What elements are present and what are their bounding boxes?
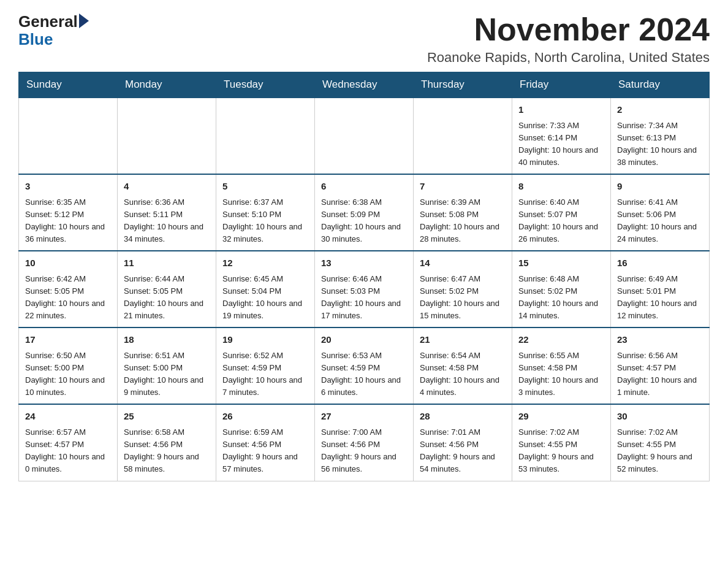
day-number: 27: [321, 410, 407, 424]
day-number: 10: [25, 256, 111, 270]
day-info: Sunrise: 6:46 AM Sunset: 5:03 PM Dayligh…: [321, 273, 407, 323]
logo-blue-text: Blue: [18, 30, 53, 49]
calendar-day: 28Sunrise: 7:01 AM Sunset: 4:56 PM Dayli…: [414, 404, 512, 481]
calendar-day: 23Sunrise: 6:56 AM Sunset: 4:57 PM Dayli…: [611, 327, 710, 404]
week-row-2: 10Sunrise: 6:42 AM Sunset: 5:05 PM Dayli…: [19, 251, 710, 327]
header: General Blue November 2024 Roanoke Rapid…: [18, 12, 710, 66]
day-info: Sunrise: 7:01 AM Sunset: 4:56 PM Dayligh…: [420, 426, 506, 476]
title-area: November 2024 Roanoke Rapids, North Caro…: [427, 12, 710, 66]
day-info: Sunrise: 6:59 AM Sunset: 4:56 PM Dayligh…: [222, 426, 308, 476]
calendar-day: 29Sunrise: 7:02 AM Sunset: 4:55 PM Dayli…: [512, 404, 611, 481]
calendar-day: 27Sunrise: 7:00 AM Sunset: 4:56 PM Dayli…: [315, 404, 414, 481]
day-number: 20: [321, 333, 407, 347]
day-info: Sunrise: 6:47 AM Sunset: 5:02 PM Dayligh…: [420, 273, 506, 323]
week-row-4: 24Sunrise: 6:57 AM Sunset: 4:57 PM Dayli…: [19, 404, 710, 481]
calendar-day: 8Sunrise: 6:40 AM Sunset: 5:07 PM Daylig…: [512, 174, 611, 251]
day-number: 29: [518, 410, 604, 424]
day-number: 19: [222, 333, 308, 347]
calendar-day: 10Sunrise: 6:42 AM Sunset: 5:05 PM Dayli…: [19, 251, 118, 327]
day-info: Sunrise: 7:00 AM Sunset: 4:56 PM Dayligh…: [321, 426, 407, 476]
logo-arrow-icon: [79, 13, 89, 28]
calendar-day: 11Sunrise: 6:44 AM Sunset: 5:05 PM Dayli…: [118, 251, 216, 327]
day-header-thursday: Thursday: [414, 72, 512, 98]
day-info: Sunrise: 6:55 AM Sunset: 4:58 PM Dayligh…: [518, 350, 604, 399]
day-number: 16: [617, 256, 703, 270]
calendar-body: 1Sunrise: 7:33 AM Sunset: 6:14 PM Daylig…: [19, 98, 710, 481]
month-title: November 2024: [427, 12, 710, 47]
calendar-day: 14Sunrise: 6:47 AM Sunset: 5:02 PM Dayli…: [414, 251, 512, 327]
day-header-saturday: Saturday: [611, 72, 710, 98]
day-number: 15: [518, 256, 604, 270]
day-header-friday: Friday: [512, 72, 611, 98]
calendar-day: [19, 98, 118, 174]
calendar-day: 21Sunrise: 6:54 AM Sunset: 4:58 PM Dayli…: [414, 327, 512, 404]
day-info: Sunrise: 6:39 AM Sunset: 5:08 PM Dayligh…: [420, 196, 506, 246]
day-number: 11: [124, 256, 210, 270]
day-info: Sunrise: 6:56 AM Sunset: 4:57 PM Dayligh…: [617, 350, 703, 399]
day-header-tuesday: Tuesday: [216, 72, 315, 98]
calendar-day: 19Sunrise: 6:52 AM Sunset: 4:59 PM Dayli…: [216, 327, 315, 404]
day-number: 30: [617, 410, 703, 424]
calendar-day: [216, 98, 315, 174]
day-number: 8: [518, 180, 604, 194]
day-header-monday: Monday: [118, 72, 216, 98]
day-info: Sunrise: 6:42 AM Sunset: 5:05 PM Dayligh…: [25, 273, 111, 323]
day-number: 1: [518, 103, 604, 117]
day-info: Sunrise: 6:57 AM Sunset: 4:57 PM Dayligh…: [25, 426, 111, 476]
day-number: 4: [124, 180, 210, 194]
day-number: 26: [222, 410, 308, 424]
day-number: 5: [222, 180, 308, 194]
day-info: Sunrise: 6:58 AM Sunset: 4:56 PM Dayligh…: [124, 426, 210, 476]
calendar-day: 3Sunrise: 6:35 AM Sunset: 5:12 PM Daylig…: [19, 174, 118, 251]
day-info: Sunrise: 6:38 AM Sunset: 5:09 PM Dayligh…: [321, 196, 407, 246]
day-info: Sunrise: 6:45 AM Sunset: 5:04 PM Dayligh…: [222, 273, 308, 323]
calendar-day: 12Sunrise: 6:45 AM Sunset: 5:04 PM Dayli…: [216, 251, 315, 327]
day-info: Sunrise: 7:02 AM Sunset: 4:55 PM Dayligh…: [518, 426, 604, 476]
week-row-3: 17Sunrise: 6:50 AM Sunset: 5:00 PM Dayli…: [19, 327, 710, 404]
location-title: Roanoke Rapids, North Carolina, United S…: [427, 50, 710, 66]
day-info: Sunrise: 6:40 AM Sunset: 5:07 PM Dayligh…: [518, 196, 604, 246]
calendar-table: SundayMondayTuesdayWednesdayThursdayFrid…: [18, 72, 710, 481]
day-header-wednesday: Wednesday: [315, 72, 414, 98]
day-info: Sunrise: 6:37 AM Sunset: 5:10 PM Dayligh…: [222, 196, 308, 246]
day-info: Sunrise: 6:53 AM Sunset: 4:59 PM Dayligh…: [321, 350, 407, 399]
day-info: Sunrise: 7:34 AM Sunset: 6:13 PM Dayligh…: [617, 120, 703, 169]
day-info: Sunrise: 6:44 AM Sunset: 5:05 PM Dayligh…: [124, 273, 210, 323]
calendar-day: 6Sunrise: 6:38 AM Sunset: 5:09 PM Daylig…: [315, 174, 414, 251]
week-row-0: 1Sunrise: 7:33 AM Sunset: 6:14 PM Daylig…: [19, 98, 710, 174]
day-number: 6: [321, 180, 407, 194]
day-info: Sunrise: 7:33 AM Sunset: 6:14 PM Dayligh…: [518, 120, 604, 169]
day-info: Sunrise: 6:51 AM Sunset: 5:00 PM Dayligh…: [124, 350, 210, 399]
day-info: Sunrise: 6:50 AM Sunset: 5:00 PM Dayligh…: [25, 350, 111, 399]
day-info: Sunrise: 6:52 AM Sunset: 4:59 PM Dayligh…: [222, 350, 308, 399]
day-info: Sunrise: 6:49 AM Sunset: 5:01 PM Dayligh…: [617, 273, 703, 323]
calendar-day: 26Sunrise: 6:59 AM Sunset: 4:56 PM Dayli…: [216, 404, 315, 481]
day-info: Sunrise: 6:54 AM Sunset: 4:58 PM Dayligh…: [420, 350, 506, 399]
day-header-sunday: Sunday: [19, 72, 118, 98]
day-number: 18: [124, 333, 210, 347]
calendar-day: 22Sunrise: 6:55 AM Sunset: 4:58 PM Dayli…: [512, 327, 611, 404]
day-number: 13: [321, 256, 407, 270]
calendar-day: 25Sunrise: 6:58 AM Sunset: 4:56 PM Dayli…: [118, 404, 216, 481]
day-number: 3: [25, 180, 111, 194]
day-number: 23: [617, 333, 703, 347]
day-info: Sunrise: 6:48 AM Sunset: 5:02 PM Dayligh…: [518, 273, 604, 323]
day-number: 22: [518, 333, 604, 347]
logo-general-text: General: [18, 12, 78, 31]
week-row-1: 3Sunrise: 6:35 AM Sunset: 5:12 PM Daylig…: [19, 174, 710, 251]
day-number: 12: [222, 256, 308, 270]
day-number: 14: [420, 256, 506, 270]
day-number: 2: [617, 103, 703, 117]
calendar-header: SundayMondayTuesdayWednesdayThursdayFrid…: [19, 72, 710, 98]
day-number: 9: [617, 180, 703, 194]
day-info: Sunrise: 6:36 AM Sunset: 5:11 PM Dayligh…: [124, 196, 210, 246]
day-number: 25: [124, 410, 210, 424]
logo: General Blue: [18, 12, 89, 49]
calendar-day: 13Sunrise: 6:46 AM Sunset: 5:03 PM Dayli…: [315, 251, 414, 327]
day-info: Sunrise: 6:41 AM Sunset: 5:06 PM Dayligh…: [617, 196, 703, 246]
calendar-day: [118, 98, 216, 174]
calendar-day: 16Sunrise: 6:49 AM Sunset: 5:01 PM Dayli…: [611, 251, 710, 327]
day-header-row: SundayMondayTuesdayWednesdayThursdayFrid…: [19, 72, 710, 98]
calendar-day: 30Sunrise: 7:02 AM Sunset: 4:55 PM Dayli…: [611, 404, 710, 481]
calendar-day: 18Sunrise: 6:51 AM Sunset: 5:00 PM Dayli…: [118, 327, 216, 404]
